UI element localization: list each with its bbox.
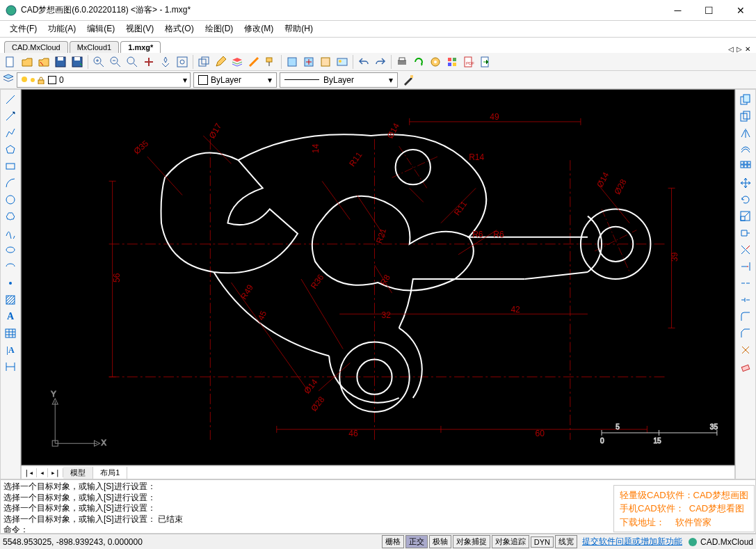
layout-nav-next[interactable]: ▸| xyxy=(48,468,63,477)
hatch-icon[interactable] xyxy=(246,54,262,70)
toggle-ortho[interactable]: 正交 xyxy=(405,535,428,548)
regen-icon[interactable] xyxy=(158,54,173,70)
explode-icon[interactable] xyxy=(738,343,753,357)
zoomin-icon[interactable] xyxy=(91,54,106,70)
layout-nav-prev[interactable]: ◂ xyxy=(37,468,48,477)
ellipsearc-icon[interactable] xyxy=(3,260,18,273)
mirror-icon[interactable] xyxy=(738,126,753,140)
pdf-icon[interactable]: PDF xyxy=(461,54,476,70)
extents-icon[interactable] xyxy=(175,54,190,70)
print-icon[interactable] xyxy=(394,54,410,70)
break2-icon[interactable] xyxy=(738,293,753,307)
rectangle-icon[interactable] xyxy=(3,159,18,173)
image-icon[interactable] xyxy=(335,54,350,70)
layers-icon[interactable] xyxy=(230,54,245,70)
layout-tab-model[interactable]: 模型 xyxy=(63,467,93,479)
polygon-icon[interactable] xyxy=(3,143,18,157)
edit-icon[interactable] xyxy=(213,54,228,70)
menu-draw[interactable]: 绘图(D) xyxy=(200,22,239,36)
mtext-icon[interactable]: |A xyxy=(3,343,18,357)
saveas-icon[interactable] xyxy=(70,54,85,70)
toggle-polar[interactable]: 极轴 xyxy=(429,535,451,548)
arc-icon[interactable] xyxy=(3,176,18,190)
spline-icon[interactable] xyxy=(3,226,18,240)
line-icon[interactable] xyxy=(3,93,18,106)
point-icon[interactable] xyxy=(3,276,18,290)
open-icon[interactable] xyxy=(19,54,35,70)
array-icon[interactable] xyxy=(738,159,753,173)
maximize-button[interactable]: ☐ xyxy=(693,0,725,21)
color-select[interactable]: ByLayer ▾ xyxy=(193,72,277,88)
formatpaint-icon[interactable] xyxy=(263,54,278,70)
polyline-icon[interactable] xyxy=(3,126,18,140)
color-swatch xyxy=(198,75,208,85)
layermgr-icon[interactable] xyxy=(3,73,14,86)
new-icon[interactable] xyxy=(3,54,18,70)
erase-icon[interactable] xyxy=(738,360,753,374)
toggle-osnap[interactable]: 对象捕捉 xyxy=(453,535,490,548)
hatch2-icon[interactable] xyxy=(3,293,18,307)
menu-file[interactable]: 文件(F) xyxy=(4,22,42,36)
dimension-icon[interactable] xyxy=(3,360,18,374)
toggle-lwt[interactable]: 线宽 xyxy=(555,535,577,548)
blockedit-icon[interactable] xyxy=(318,54,333,70)
trim-icon[interactable] xyxy=(738,243,753,257)
refresh-icon[interactable] xyxy=(411,54,426,70)
move-icon[interactable] xyxy=(738,176,753,190)
tab-1mxg[interactable]: 1.mxg* xyxy=(120,41,161,53)
rotate-icon[interactable] xyxy=(738,193,753,207)
circle-icon[interactable] xyxy=(3,193,18,207)
ellipse-icon[interactable] xyxy=(3,243,18,257)
menu-modify[interactable]: 修改(M) xyxy=(239,22,279,36)
text-icon[interactable]: A xyxy=(3,310,18,324)
chamfer-icon[interactable] xyxy=(738,326,753,340)
linetype-select[interactable]: ByLayer ▾ xyxy=(280,72,398,88)
menu-edit[interactable]: 编辑(E) xyxy=(81,22,120,36)
matchprop-icon[interactable] xyxy=(401,72,416,88)
scale-icon[interactable] xyxy=(738,209,753,223)
toggle-otrack[interactable]: 对象追踪 xyxy=(492,535,529,548)
minimize-button[interactable]: ─ xyxy=(662,0,693,21)
settings-icon[interactable] xyxy=(428,54,443,70)
manage-icon[interactable] xyxy=(444,54,460,70)
menu-format[interactable]: 格式(O) xyxy=(159,22,199,36)
layout-tab-layout1[interactable]: 布局1 xyxy=(93,467,127,479)
redo-icon[interactable] xyxy=(373,54,388,70)
undo-icon[interactable] xyxy=(356,54,371,70)
extend-icon[interactable] xyxy=(738,260,753,273)
insert-icon[interactable] xyxy=(301,54,316,70)
zoomout-icon[interactable] xyxy=(108,54,123,70)
ray-icon[interactable] xyxy=(3,109,18,123)
copy2-icon[interactable] xyxy=(738,109,753,123)
tab-cadmxcloud[interactable]: CAD.MxCloud xyxy=(4,41,68,53)
tab-mxcloud1[interactable]: MxCloud1 xyxy=(70,41,120,53)
copy-icon[interactable] xyxy=(738,93,753,106)
save-icon[interactable] xyxy=(53,54,68,70)
break-icon[interactable] xyxy=(738,276,753,290)
tab-nav-close[interactable]: ✕ xyxy=(743,45,752,53)
menu-help[interactable]: 帮助(H) xyxy=(279,22,319,36)
revcloud-icon[interactable] xyxy=(3,209,18,223)
tab-nav-prev[interactable]: ◁ xyxy=(727,45,735,53)
toggle-dyn[interactable]: DYN xyxy=(531,536,554,548)
table-icon[interactable] xyxy=(3,326,18,340)
drawing-canvas[interactable]: 49 56 46 60 42 32 39 14 45 Ø35 Ø17 Ø14 R… xyxy=(21,89,735,466)
layout-nav-first[interactable]: |◂ xyxy=(22,468,37,477)
close-button[interactable]: ✕ xyxy=(725,0,756,21)
stretch-icon[interactable] xyxy=(738,226,753,240)
menu-view[interactable]: 视图(V) xyxy=(120,22,159,36)
menu-function[interactable]: 功能(A) xyxy=(42,22,81,36)
popout-icon[interactable] xyxy=(196,54,211,70)
layer-select[interactable]: 0 ▾ xyxy=(17,72,191,88)
zoomwindow-icon[interactable] xyxy=(124,54,140,70)
export-icon[interactable] xyxy=(478,54,493,70)
open2-icon[interactable] xyxy=(36,54,51,70)
pan-icon[interactable] xyxy=(141,54,156,70)
offset-icon[interactable] xyxy=(738,143,753,157)
fillet-icon[interactable] xyxy=(738,310,753,324)
block-icon[interactable] xyxy=(284,54,300,70)
layer-color-swatch xyxy=(48,76,56,84)
feedback-link[interactable]: 提交软件问题或增加新功能 xyxy=(582,536,682,548)
toggle-grid[interactable]: 栅格 xyxy=(382,535,404,548)
tab-nav-next[interactable]: ▷ xyxy=(735,45,743,53)
